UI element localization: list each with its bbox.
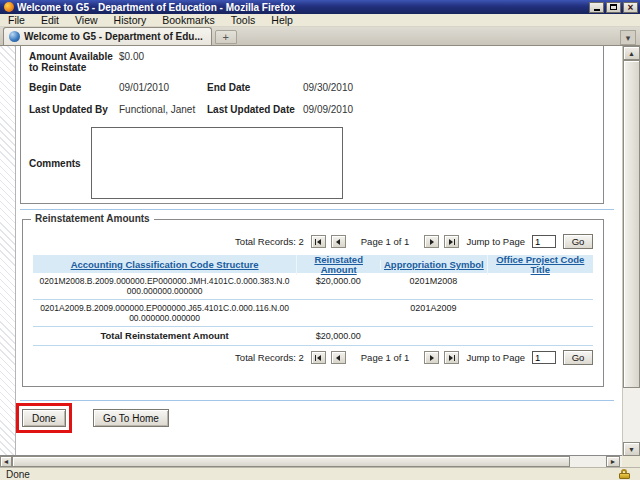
down-arrow-icon: ▼: [628, 446, 635, 453]
total-reinstatement-label: Total Reinstatement Amount: [33, 327, 296, 345]
window-controls: ×: [589, 2, 638, 13]
previous-page-button[interactable]: [331, 351, 346, 364]
cell-reinstated-amount: [296, 300, 380, 306]
page-indicator: Page 1 of 1: [361, 352, 410, 363]
table-header-row: Accounting Classification Code Structure…: [33, 255, 593, 273]
right-arrow-icon: ►: [610, 458, 617, 465]
end-date-value: 09/30/2010: [303, 82, 603, 93]
cell-accs: 0201A2009.B.2009.000000.EP000000.J65.410…: [33, 300, 296, 326]
window-title: Welcome to G5 - Department of Education …: [17, 2, 589, 13]
page-background-stripes: [0, 46, 16, 455]
jump-to-page-input[interactable]: [532, 235, 556, 248]
scroll-up-button[interactable]: ▲: [623, 46, 640, 60]
menu-history[interactable]: History: [106, 14, 155, 26]
page-viewport: Amount Available to Reinstate $0.00 Begi…: [0, 46, 622, 456]
tab-label: Welcome to G5 - Department of Edu...: [24, 31, 203, 42]
security-lock-icon: [619, 469, 630, 479]
section-divider: [20, 209, 614, 210]
minimize-icon: [594, 9, 600, 11]
scroll-right-button[interactable]: ►: [606, 456, 620, 467]
first-page-button[interactable]: [311, 351, 326, 364]
tab-bar: Welcome to G5 - Department of Edu... + ▾: [0, 27, 640, 46]
plus-icon: +: [223, 32, 229, 42]
close-icon: ×: [628, 3, 634, 12]
chevron-down-icon: ▾: [626, 33, 631, 43]
list-all-tabs-button[interactable]: ▾: [620, 30, 636, 45]
menu-bar: File Edit View History Bookmarks Tools H…: [0, 14, 640, 27]
comments-row: Comments: [29, 127, 603, 199]
reinstatement-details-section: Amount Available to Reinstate $0.00 Begi…: [20, 46, 604, 204]
first-page-icon: [315, 239, 316, 245]
table-total-row: Total Reinstatement Amount $20,000.00: [33, 327, 593, 346]
last-updated-row: Last Updated By Functional, Janet Last U…: [29, 104, 603, 115]
reinstatement-amounts-fieldset: Reinstatement Amounts Total Records: 2 P…: [22, 219, 604, 387]
go-button[interactable]: Go: [563, 234, 593, 249]
last-updated-date-value: 09/09/2010: [303, 104, 603, 115]
first-page-button[interactable]: [311, 235, 326, 248]
next-page-button[interactable]: [424, 235, 439, 248]
cell-reinstated-amount: $20,000.00: [296, 273, 380, 289]
previous-page-icon: [336, 239, 340, 245]
last-updated-by-value: Functional, Janet: [119, 104, 207, 115]
menu-edit[interactable]: Edit: [33, 14, 67, 26]
next-page-button[interactable]: [424, 351, 439, 364]
left-arrow-icon: ◄: [3, 458, 10, 465]
cell-appropriation-symbol: 0201M2008: [380, 273, 486, 289]
menu-tools[interactable]: Tools: [223, 14, 264, 26]
table-row: 0201M2008.B.2009.000000.EP000000.JMH.410…: [33, 273, 593, 300]
amount-available-label: Amount Available to Reinstate: [29, 51, 119, 73]
close-button[interactable]: ×: [623, 2, 638, 13]
menu-bookmarks[interactable]: Bookmarks: [154, 14, 223, 26]
browser-window: Welcome to G5 - Department of Education …: [0, 0, 640, 480]
title-bar: Welcome to G5 - Department of Education …: [0, 0, 640, 14]
last-page-button[interactable]: [444, 351, 459, 364]
comments-label: Comments: [29, 158, 91, 169]
menu-view[interactable]: View: [67, 14, 106, 26]
cell-office-project-code-title: [487, 300, 593, 306]
horizontal-scrollbar-thumb[interactable]: [12, 456, 570, 467]
dates-row: Begin Date 09/01/2010 End Date 09/30/201…: [29, 82, 603, 93]
restore-icon: [610, 4, 617, 10]
scroll-down-button[interactable]: ▼: [623, 442, 640, 456]
vertical-scrollbar[interactable]: ▲ ▼: [622, 46, 640, 456]
minimize-button[interactable]: [589, 2, 604, 13]
total-reinstatement-value: $20,000.00: [296, 327, 380, 345]
cell-office-project-code-title: [487, 273, 593, 279]
pagination-bar-top: Total Records: 2 Page 1 of 1 Jump to Pag…: [33, 234, 593, 249]
restore-button[interactable]: [606, 2, 621, 13]
cell-appropriation-symbol: 0201A2009: [380, 300, 486, 316]
total-records-text: Total Records: 2: [235, 236, 304, 247]
column-header-reinstated-amount[interactable]: Reinstated Amount: [296, 255, 380, 275]
jump-to-page-label: Jump to Page: [466, 236, 525, 247]
new-tab-button[interactable]: +: [215, 30, 237, 44]
previous-page-icon: [336, 355, 340, 361]
cell-accs: 0201M2008.B.2009.000000.EP000000.JMH.410…: [33, 273, 296, 299]
scroll-left-button[interactable]: ◄: [0, 456, 12, 467]
column-header-accs[interactable]: Accounting Classification Code Structure: [33, 260, 296, 270]
total-records-text: Total Records: 2: [235, 352, 304, 363]
last-page-icon: [449, 239, 453, 245]
last-updated-by-label: Last Updated By: [29, 104, 119, 115]
firefox-icon: [4, 2, 14, 12]
menu-file[interactable]: File: [0, 14, 33, 26]
next-page-icon: [430, 355, 434, 361]
horizontal-scrollbar[interactable]: ◄ ►: [0, 456, 622, 467]
go-to-home-button[interactable]: Go To Home: [93, 409, 169, 427]
previous-page-button[interactable]: [331, 235, 346, 248]
tab-favicon-globe-icon: [9, 31, 20, 42]
table-row: 0201A2009.B.2009.000000.EP000000.J65.410…: [33, 300, 593, 327]
done-button[interactable]: Done: [22, 409, 66, 427]
first-page-icon: [315, 355, 316, 361]
comments-textarea[interactable]: [91, 127, 343, 199]
last-page-button[interactable]: [444, 235, 459, 248]
jump-to-page-input[interactable]: [532, 351, 556, 364]
action-buttons-row: Done Go To Home: [17, 409, 622, 427]
tab-welcome-g5[interactable]: Welcome to G5 - Department of Edu...: [3, 27, 212, 45]
amount-available-row: Amount Available to Reinstate $0.00: [29, 51, 603, 73]
vertical-scrollbar-thumb[interactable]: [623, 60, 640, 388]
scrollbar-corner: [622, 456, 640, 467]
column-header-appropriation-symbol[interactable]: Appropriation Symbol: [380, 260, 486, 270]
column-header-office-project-code-title[interactable]: Office Project Code Title: [487, 255, 593, 275]
menu-help[interactable]: Help: [263, 14, 301, 26]
go-button[interactable]: Go: [563, 350, 593, 365]
